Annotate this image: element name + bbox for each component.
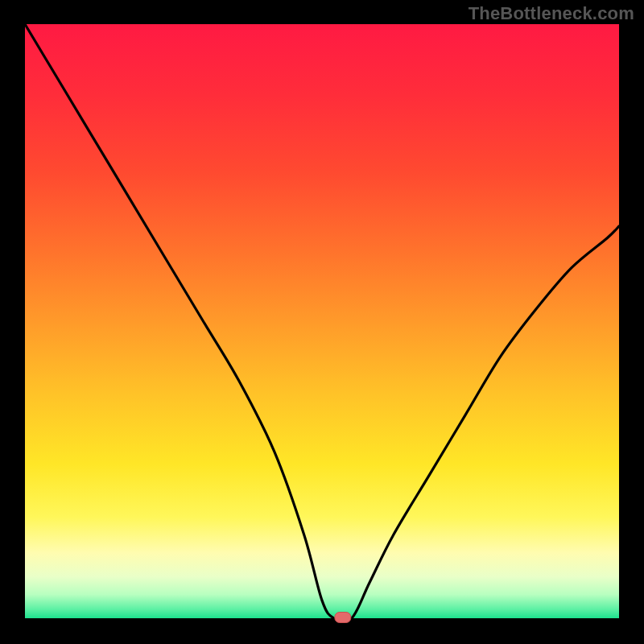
watermark-text: TheBottleneck.com xyxy=(469,3,634,24)
chart-background xyxy=(25,24,619,618)
chart-frame: { "watermark": "TheBottleneck.com", "cha… xyxy=(0,0,644,644)
bottleneck-chart xyxy=(0,0,644,644)
optimal-point-marker xyxy=(335,613,351,623)
